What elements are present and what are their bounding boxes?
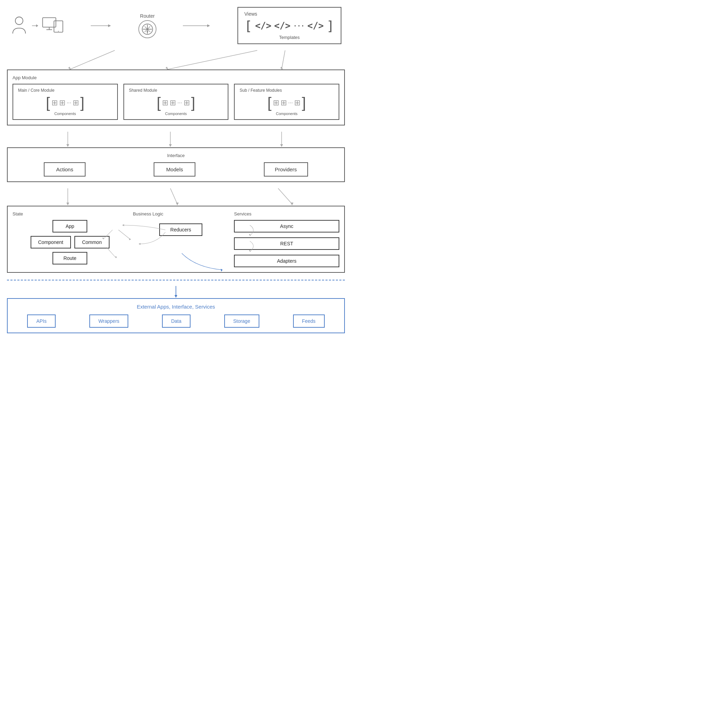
bracket-close-main: ] — [80, 95, 84, 110]
chip4: ⊞ — [162, 98, 168, 107]
svg-line-32 — [278, 188, 292, 204]
providers-label: Providers — [275, 166, 297, 172]
main-core-module: Main / Core Module [ ⊞ ⊞ ··· ⊞ ] Compone… — [13, 84, 118, 120]
svg-marker-13 — [146, 31, 149, 33]
arrow-icon — [31, 22, 38, 29]
code2: </> — [274, 20, 291, 31]
models-box: Models — [154, 162, 195, 176]
wrappers-box: Wrappers — [90, 315, 128, 328]
svg-marker-17 — [68, 67, 71, 69]
state-section: State App Component Common Route — [13, 211, 127, 267]
external-boxes: APIs Wrappers Data Storage Feeds — [13, 315, 339, 328]
views-title: Views — [244, 11, 334, 17]
interface-section: Interface Actions Models Providers — [7, 147, 345, 182]
async-item: Async — [234, 220, 339, 233]
wrappers-label: Wrappers — [98, 318, 119, 324]
component-label: Component — [38, 240, 63, 245]
views-content: [ </> </> ··· </> ] — [244, 18, 334, 33]
router-box: Router — [138, 13, 156, 38]
state-comp-common-row: Component Common — [30, 236, 110, 248]
svg-marker-15 — [207, 24, 210, 27]
app-module-section: App Module Main / Core Module [ ⊞ ⊞ ··· … — [7, 69, 345, 126]
svg-marker-39 — [129, 238, 131, 240]
shared-inner: [ ⊞ ⊞ ··· ⊞ ] Components — [129, 95, 223, 116]
user-devices — [10, 16, 64, 35]
bracket-close: ] — [327, 18, 334, 33]
providers-box: Providers — [264, 162, 308, 176]
code1: </> — [255, 20, 272, 31]
to-external-arrow — [7, 286, 345, 298]
biz-label: Business Logic — [133, 211, 228, 217]
main-core-title: Main / Core Module — [18, 88, 112, 93]
apis-label: APIs — [36, 318, 46, 324]
reducers-item: Reducers — [159, 224, 202, 236]
interface-boxes: Actions Models Providers — [13, 162, 339, 176]
modules-row: Main / Core Module [ ⊞ ⊞ ··· ⊞ ] Compone… — [13, 84, 339, 120]
common-label: Common — [82, 240, 102, 245]
rest-label: REST — [280, 241, 293, 246]
sub-feature-title: Sub / Feature Modules — [240, 88, 334, 93]
feeds-label: Feeds — [302, 318, 316, 324]
shared-comp-label: Components — [165, 111, 187, 116]
svg-point-0 — [15, 17, 23, 25]
svg-marker-33 — [291, 202, 293, 205]
services-section: Services Async REST Adapters — [234, 211, 339, 267]
reducers-label: Reducers — [171, 227, 191, 233]
external-label: External Apps, Interface, Services — [13, 304, 339, 310]
device-icon — [42, 17, 64, 35]
svg-rect-6 — [54, 20, 62, 32]
component-state-item: Component — [30, 236, 71, 248]
main-core-comp-label: Components — [54, 111, 76, 116]
shared-components-row: [ ⊞ ⊞ ··· ⊞ ] — [157, 95, 195, 110]
interface-to-lower-arrows — [7, 188, 345, 206]
shared-module: Shared Module [ ⊞ ⊞ ··· ⊞ ] Components — [123, 84, 229, 120]
router-to-views-arrow — [183, 22, 211, 29]
route-state-item: Route — [52, 252, 87, 264]
chip6: ⊞ — [184, 98, 190, 107]
external-section: External Apps, Interface, Services APIs … — [7, 298, 345, 333]
bracket-open-main: [ — [46, 95, 50, 110]
chip3: ⊞ — [73, 98, 79, 107]
chip2: ⊞ — [59, 98, 65, 107]
storage-box: Storage — [224, 315, 259, 328]
views-box: Views [ </> </> ··· </> ] Templates — [237, 7, 341, 44]
business-logic-section: Business Logic Reducers — [133, 211, 228, 267]
adapters-label: Adapters — [277, 258, 296, 264]
async-label: Async — [280, 224, 293, 229]
apis-box: APIs — [27, 315, 56, 328]
sub-feature-comp-label: Components — [276, 111, 297, 116]
chip7: ⊞ — [273, 98, 279, 107]
top-section: Router Views [ </> — [7, 7, 345, 44]
feeds-box: Feeds — [293, 315, 325, 328]
app-state-item: App — [52, 220, 87, 233]
actions-box: Actions — [44, 162, 85, 176]
user-to-router-arrow — [91, 22, 111, 29]
common-state-item: Common — [74, 236, 110, 248]
route-label: Route — [63, 256, 76, 261]
state-label: State — [13, 211, 127, 217]
svg-marker-44 — [221, 269, 223, 272]
appmodule-to-interface-arrows — [7, 132, 345, 147]
top-to-appmodule-arrows — [7, 51, 345, 69]
user-icon — [10, 16, 28, 35]
svg-marker-27 — [280, 144, 283, 147]
actions-label: Actions — [56, 166, 73, 172]
bracket-open: [ — [244, 18, 252, 33]
main-dots: ··· — [67, 100, 71, 106]
models-label: Models — [166, 166, 183, 172]
chip9: ⊞ — [294, 98, 301, 107]
router-circle — [138, 20, 156, 38]
adapters-item: Adapters — [234, 255, 339, 267]
storage-label: Storage — [233, 318, 250, 324]
svg-marker-9 — [108, 24, 111, 27]
svg-line-20 — [282, 51, 285, 69]
bracket-close-shared: ] — [191, 95, 195, 110]
svg-marker-2 — [36, 24, 38, 27]
bracket-open-shared: [ — [157, 95, 161, 110]
shared-dots: ··· — [177, 100, 182, 106]
views-subtitle: Templates — [244, 35, 334, 40]
svg-marker-46 — [175, 295, 177, 298]
svg-line-30 — [171, 188, 177, 204]
main-core-inner: [ ⊞ ⊞ ··· ⊞ ] Components — [18, 95, 112, 116]
bracket-open-sub: [ — [267, 95, 272, 110]
